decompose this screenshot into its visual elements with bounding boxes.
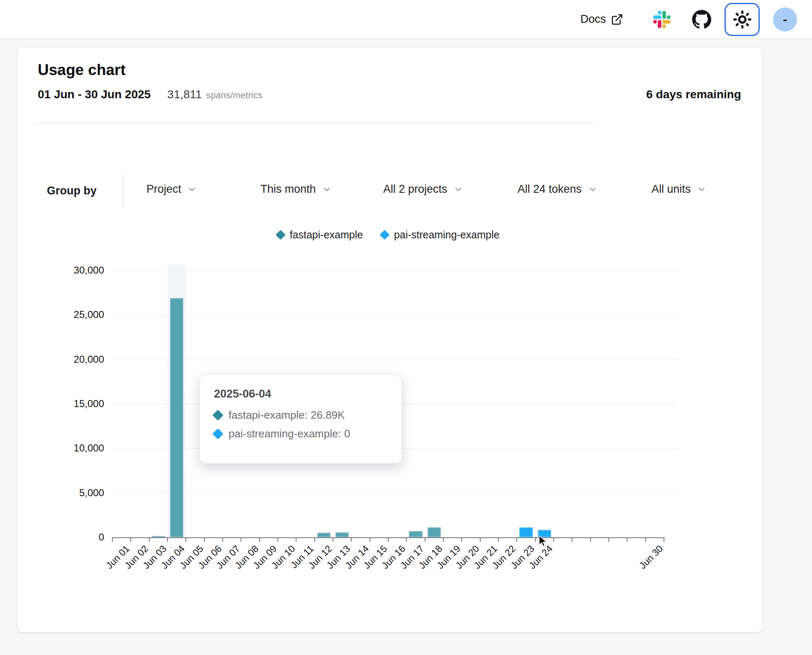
bar-jun-17[interactable] — [409, 531, 422, 537]
x-axis-tick — [204, 537, 205, 542]
slack-icon[interactable] — [653, 11, 671, 28]
avatar-label: - — [783, 12, 788, 27]
filter-label: All 2 projects — [383, 183, 447, 196]
filter-row: Group by Project This month All 2 projec… — [17, 175, 763, 208]
bar-jun-12[interactable] — [317, 533, 331, 537]
x-axis-tick-label: Jun 10 — [269, 543, 297, 571]
docs-label: Docs — [580, 13, 606, 26]
x-axis-tick-label: Jun 19 — [435, 543, 463, 571]
y-axis-tick-label: 30,000 — [17, 264, 104, 276]
x-axis-tick — [571, 537, 572, 542]
tooltip-row: fastapi-example: 26.89K — [214, 409, 387, 422]
x-axis-tick — [277, 537, 278, 542]
section-divider — [34, 123, 593, 124]
chevron-down-icon — [322, 184, 332, 194]
chevron-down-icon — [187, 184, 197, 194]
chart-legend: fastapi-example pai-streaming-example — [112, 229, 664, 241]
bar-jun-18[interactable] — [428, 527, 441, 537]
legend-marker-icon — [275, 230, 285, 240]
x-axis-tick — [425, 537, 425, 542]
x-axis-tick-label: Jun 06 — [196, 543, 224, 571]
filter-label: Project — [146, 183, 181, 196]
filter-date-range[interactable]: This month — [260, 183, 332, 196]
usage-bar-chart: 05,00010,00015,00020,00025,00030,000Jun … — [17, 47, 763, 632]
x-axis-tick-label: Jun 03 — [141, 543, 169, 571]
sun-icon — [733, 10, 752, 29]
x-axis-tick-label: Jun 18 — [416, 543, 445, 571]
avatar[interactable]: - — [773, 7, 797, 32]
x-axis-tick-label: Jun 23 — [508, 543, 537, 571]
legend-item-fastapi-example[interactable]: fastapi-example — [277, 229, 363, 241]
x-axis-tick — [259, 537, 260, 542]
x-axis-tick — [461, 537, 462, 542]
bar-jun-04[interactable] — [170, 298, 183, 537]
vertical-divider — [123, 175, 124, 208]
x-axis-tick-label: Jun 08 — [233, 543, 261, 571]
legend-label: pai-streaming-example — [394, 229, 499, 241]
top-bar: Docs — [0, 0, 812, 39]
x-axis-tick — [130, 537, 131, 542]
theme-toggle-button[interactable] — [724, 3, 760, 36]
x-axis-tick — [351, 537, 352, 542]
x-axis-tick — [112, 537, 113, 542]
filter-group-by-project[interactable]: Project — [146, 183, 197, 196]
x-axis-tick-label: Jun 22 — [490, 543, 518, 571]
x-axis-tick-label: Jun 15 — [361, 543, 389, 571]
page-title: Usage chart — [38, 61, 126, 79]
x-axis-tick-label: Jun 13 — [324, 543, 353, 571]
x-axis-tick — [608, 537, 609, 542]
x-axis-tick — [553, 537, 554, 542]
gridline — [112, 315, 677, 315]
x-axis-tick-label: Jun 16 — [379, 543, 408, 571]
x-axis-tick — [167, 537, 168, 542]
filter-projects[interactable]: All 2 projects — [383, 183, 463, 196]
x-axis-tick — [388, 537, 389, 542]
x-axis-tick — [406, 537, 407, 542]
series-marker-icon — [212, 428, 224, 439]
filter-tokens[interactable]: All 24 tokens — [518, 183, 598, 196]
total-unit: spans/metrics — [206, 90, 263, 101]
x-axis-tick — [222, 537, 223, 542]
x-axis-tick-label: Jun 07 — [214, 543, 242, 571]
x-axis-tick-label: Jun 01 — [104, 543, 132, 571]
x-axis-tick — [314, 537, 315, 542]
date-range: 01 Jun - 30 Jun 2025 — [38, 88, 151, 101]
chevron-down-icon — [697, 184, 707, 194]
x-axis-tick — [498, 537, 499, 542]
x-axis-tick-label: Jun 30 — [637, 543, 665, 571]
x-axis-tick-label: Jun 21 — [472, 543, 500, 571]
stats-row: 01 Jun - 30 Jun 2025 31,811 spans/metric… — [38, 88, 741, 108]
x-axis-tick — [664, 537, 664, 542]
series-marker-icon — [212, 410, 224, 421]
legend-item-pai-streaming-example[interactable]: pai-streaming-example — [381, 229, 499, 241]
github-icon[interactable] — [692, 10, 711, 29]
days-remaining: 6 days remaining — [646, 88, 741, 101]
filter-units[interactable]: All units — [652, 183, 707, 196]
bar-jun-03[interactable] — [152, 536, 165, 537]
gridline — [112, 493, 677, 493]
x-axis-tick-label: Jun 17 — [398, 543, 426, 571]
y-axis-tick-label: 15,000 — [17, 398, 104, 410]
docs-link[interactable]: Docs — [580, 13, 623, 26]
bar-jun-23[interactable] — [519, 527, 532, 537]
chevron-down-icon — [453, 184, 463, 194]
x-axis-tick — [645, 537, 646, 542]
x-axis-tick — [296, 537, 297, 542]
x-axis-tick-label: Jun 04 — [159, 543, 187, 571]
x-axis-tick — [185, 537, 186, 542]
usage-card: Usage chart 01 Jun - 30 Jun 2025 31,811 … — [17, 47, 763, 633]
tooltip-row: pai-streaming-example: 0 — [214, 427, 387, 440]
tooltip-row-text: pai-streaming-example: 0 — [229, 427, 350, 440]
x-axis-tick — [480, 537, 481, 542]
x-axis-tick-label: Jun 12 — [306, 543, 334, 571]
chevron-down-icon — [588, 184, 598, 194]
bar-jun-13[interactable] — [335, 532, 349, 537]
legend-marker-icon — [380, 230, 390, 240]
x-axis-tick — [516, 537, 517, 542]
filter-label: All 24 tokens — [518, 183, 582, 196]
x-axis-tick — [241, 537, 241, 542]
y-axis-tick-label: 0 — [17, 531, 104, 543]
y-axis-tick-label: 10,000 — [17, 442, 104, 454]
x-axis-tick — [627, 537, 627, 542]
x-axis-tick-label: Jun 05 — [177, 543, 206, 571]
